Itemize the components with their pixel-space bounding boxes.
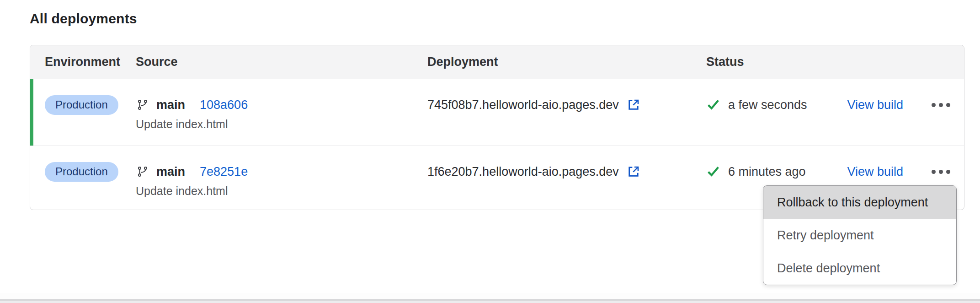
git-branch-icon — [137, 166, 149, 178]
commit-link[interactable]: 7e8251e — [200, 165, 248, 179]
current-deployment-indicator — [30, 79, 33, 146]
status-cell: 6 minutes ago View build — [706, 146, 950, 182]
deployment-cell: 1f6e20b7.helloworld-aio.pages.dev — [427, 146, 706, 182]
view-build-link[interactable]: View build — [847, 165, 903, 179]
git-branch-icon — [137, 99, 149, 111]
status-time: a few seconds — [728, 98, 847, 112]
commit-message: Update index.html — [136, 117, 427, 131]
page-title: All deployments — [30, 11, 137, 27]
environment-badge: Production — [45, 95, 118, 115]
branch-name: main — [156, 98, 185, 112]
column-header-environment: Environment — [45, 55, 136, 69]
more-options-button[interactable] — [932, 166, 950, 178]
status-cell: a few seconds View build — [706, 79, 950, 115]
deployment-url: 745f08b7.helloworld-aio.pages.dev — [427, 98, 619, 112]
menu-item-rollback[interactable]: Rollback to this deployment — [763, 186, 956, 219]
external-link-icon[interactable] — [626, 164, 641, 179]
more-options-button[interactable] — [932, 99, 950, 111]
view-build-link[interactable]: View build — [847, 98, 903, 112]
deployment-url: 1f6e20b7.helloworld-aio.pages.dev — [427, 165, 619, 179]
branch-name: main — [156, 165, 185, 179]
success-check-icon — [706, 98, 720, 111]
deployment-cell: 745f08b7.helloworld-aio.pages.dev — [427, 79, 706, 115]
column-header-status: Status — [706, 55, 950, 69]
environment-badge: Production — [45, 162, 118, 182]
commit-message: Update index.html — [136, 184, 427, 198]
bottom-section-edge — [0, 301, 980, 303]
success-check-icon — [706, 165, 720, 178]
commit-link[interactable]: 108a606 — [200, 98, 248, 112]
external-link-icon[interactable] — [626, 97, 641, 112]
source-cell: main 7e8251e Update index.html — [136, 146, 427, 198]
column-header-deployment: Deployment — [427, 55, 706, 69]
menu-item-retry[interactable]: Retry deployment — [763, 219, 956, 252]
bottom-section-fade — [0, 293, 980, 299]
environment-cell: Production — [45, 146, 136, 182]
source-cell: main 108a606 Update index.html — [136, 79, 427, 131]
status-time: 6 minutes ago — [728, 165, 847, 179]
table-header-row: Environment Source Deployment Status — [30, 45, 964, 79]
deployment-row-current: Production main 108a606 Update index.htm… — [30, 79, 964, 146]
column-header-source: Source — [136, 55, 427, 69]
menu-item-delete[interactable]: Delete deployment — [763, 252, 956, 285]
deployment-actions-menu: Rollback to this deployment Retry deploy… — [763, 185, 957, 285]
environment-cell: Production — [45, 79, 136, 115]
